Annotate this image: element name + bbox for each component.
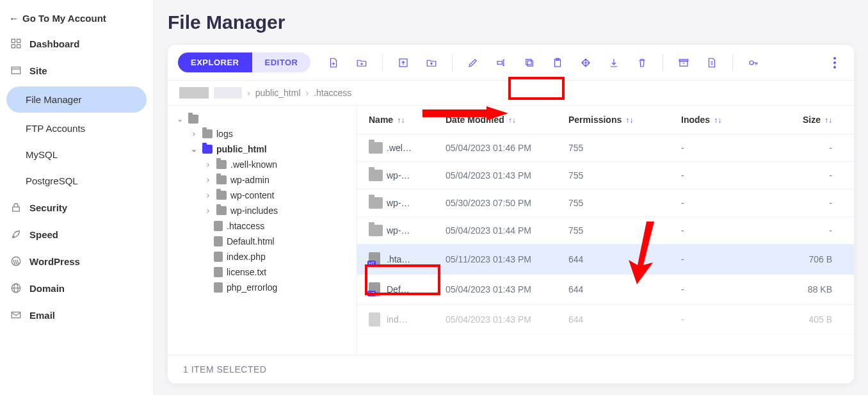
sidebar-item-wordpress[interactable]: WordPress <box>0 248 153 275</box>
cell-name: wp-… <box>387 225 446 236</box>
lock-icon <box>10 202 22 213</box>
sidebar-item-label: WordPress <box>29 256 80 267</box>
tree-label: public_html <box>216 144 267 154</box>
col-inode[interactable]: Inodes↑↓ <box>681 115 775 125</box>
separator <box>732 54 733 71</box>
cell-inode: - <box>681 143 775 153</box>
crumb-htaccess[interactable]: .htaccess <box>314 88 351 98</box>
move-button[interactable] <box>574 54 597 72</box>
sidebar: ← Go To My Account Dashboard Site File M… <box>0 0 154 395</box>
cell-date: 05/04/2023 01:43 PM <box>446 314 568 325</box>
tree-item-index-php[interactable]: index.php <box>175 249 357 264</box>
sidebar-item-ftp[interactable]: FTP Accounts <box>0 115 153 141</box>
table-row[interactable]: ind…05/04/2023 01:43 PM644-405 B <box>357 305 854 335</box>
file-icon <box>214 221 223 231</box>
arrow-left-icon: ← <box>9 13 19 24</box>
cell-perm: 755 <box>568 198 681 208</box>
tab-editor[interactable]: EDITOR <box>252 52 311 72</box>
tab-explorer[interactable]: EXPLORER <box>178 52 252 72</box>
cell-size: 405 B <box>775 314 832 325</box>
tree-root[interactable]: ⌄ <box>175 112 357 126</box>
sidebar-item-file-manager[interactable]: File Manager <box>6 86 147 113</box>
sidebar-item-label: File Manager <box>26 94 82 105</box>
crumb-public-html[interactable]: public_html <box>255 88 301 98</box>
folder-icon <box>369 197 383 209</box>
download-button[interactable] <box>602 54 625 72</box>
tree-item-well-known[interactable]: ›.well-known <box>175 157 357 172</box>
cell-inode: - <box>681 254 775 264</box>
new-file-button[interactable] <box>322 54 345 72</box>
table-row[interactable]: wp-…05/04/2023 01:43 PM755-- <box>357 162 854 189</box>
paste-button[interactable] <box>546 54 569 72</box>
tree-item-php-errorlog[interactable]: php_errorlog <box>175 280 357 295</box>
mail-icon <box>10 309 22 321</box>
upload-folder-button[interactable] <box>420 54 443 72</box>
sidebar-item-label: Email <box>29 310 55 321</box>
sidebar-item-email[interactable]: Email <box>0 302 153 328</box>
cell-size: - <box>775 143 832 153</box>
col-size[interactable]: Size↑↓ <box>775 115 832 125</box>
tree-item-public-html[interactable]: ⌄public_html <box>175 141 357 157</box>
tree-item-license-txt[interactable]: license.txt <box>175 264 357 280</box>
separator <box>382 54 383 71</box>
table-header: Name↑↓ Date Modified↑↓ Permissions↑↓ Ino… <box>357 106 854 134</box>
chevron-right-icon: › <box>204 175 213 184</box>
new-folder-button[interactable] <box>350 54 373 72</box>
cell-size: - <box>775 225 832 236</box>
sidebar-item-speed[interactable]: Speed <box>0 221 153 248</box>
edit-button[interactable] <box>462 54 485 72</box>
tree-label: .well-known <box>230 159 277 170</box>
extract-button[interactable] <box>700 54 723 72</box>
rename-button[interactable] <box>490 54 513 72</box>
col-name[interactable]: Name↑↓ <box>369 115 446 125</box>
table-row[interactable]: .wel…05/04/2023 01:46 PM755-- <box>357 134 854 162</box>
upload-button[interactable] <box>392 54 415 72</box>
sidebar-item-site[interactable]: Site <box>0 57 153 84</box>
permissions-button[interactable] <box>742 54 765 72</box>
svg-rect-14 <box>527 61 533 66</box>
tree-label: wp-includes <box>230 206 278 216</box>
globe-icon <box>10 282 22 294</box>
more-button[interactable] <box>826 54 844 72</box>
sidebar-item-label: PostgreSQL <box>26 175 78 186</box>
crumb-masked <box>214 87 242 99</box>
sidebar-item-label: Dashboard <box>29 38 79 49</box>
tree-item-wp-content[interactable]: ›wp-content <box>175 188 357 203</box>
delete-button[interactable] <box>631 54 654 72</box>
svg-rect-19 <box>680 59 689 61</box>
cell-inode: - <box>681 284 775 294</box>
copy-button[interactable] <box>518 54 541 72</box>
cell-name: wp-… <box>387 170 446 181</box>
cell-perm: 644 <box>568 314 681 325</box>
col-perm[interactable]: Permissions↑↓ <box>568 115 681 125</box>
sidebar-item-mysql[interactable]: MySQL <box>0 141 153 168</box>
content: ⌄ ›logs ⌄public_html ›.well-known ›wp-ad… <box>168 106 854 355</box>
svg-rect-3 <box>17 45 20 48</box>
back-to-account[interactable]: ← Go To My Account <box>0 6 153 30</box>
folder-icon <box>216 206 227 215</box>
sidebar-item-label: Site <box>29 65 47 76</box>
back-link-label: Go To My Account <box>22 13 106 24</box>
breadcrumb: › public_html › .htaccess <box>168 81 854 106</box>
folder-icon <box>369 170 383 181</box>
folder-icon <box>216 191 227 200</box>
sort-icon: ↑↓ <box>508 119 516 122</box>
col-date[interactable]: Date Modified↑↓ <box>446 115 568 125</box>
table-row[interactable]: wp-…05/04/2023 01:44 PM755-- <box>357 217 854 245</box>
tree-item-wp-admin[interactable]: ›wp-admin <box>175 172 357 188</box>
folder-tree: ⌄ ›logs ⌄public_html ›.well-known ›wp-ad… <box>168 106 357 355</box>
tree-item-htaccess[interactable]: .htaccess <box>175 218 357 234</box>
table-row[interactable]: wp-…05/30/2023 07:50 PM755-- <box>357 189 854 217</box>
sort-icon: ↑↓ <box>625 119 633 122</box>
sidebar-item-security[interactable]: Security <box>0 194 153 221</box>
svg-rect-0 <box>12 39 15 42</box>
sidebar-item-postgresql[interactable]: PostgreSQL <box>0 168 153 194</box>
archive-button[interactable] <box>672 54 695 72</box>
grid-icon <box>10 38 22 49</box>
tree-item-wp-includes[interactable]: ›wp-includes <box>175 203 357 218</box>
sidebar-item-dashboard[interactable]: Dashboard <box>0 30 153 57</box>
sidebar-item-domain[interactable]: Domain <box>0 275 153 302</box>
folder-icon <box>202 145 213 154</box>
tree-item-default-html[interactable]: Default.html <box>175 234 357 249</box>
tree-item-logs[interactable]: ›logs <box>175 126 357 141</box>
